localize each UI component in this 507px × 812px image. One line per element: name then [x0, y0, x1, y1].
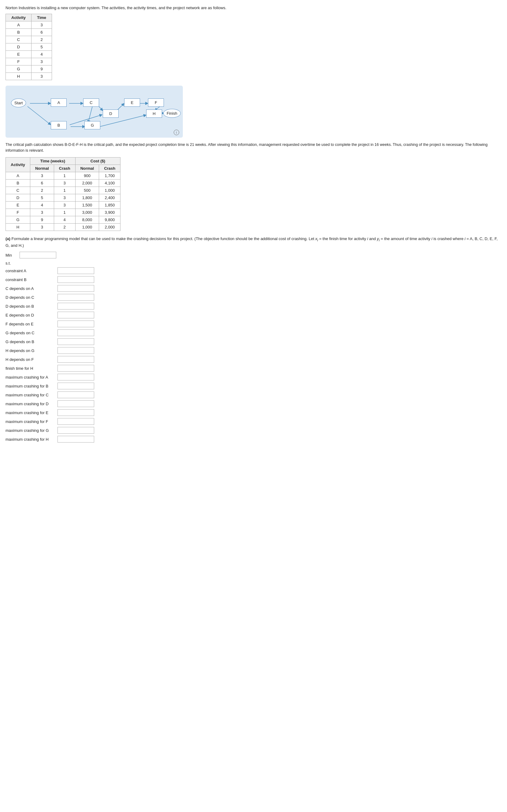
constraint-row: maximum crashing for A: [5, 374, 502, 381]
constraint-row: E depends on D: [5, 312, 502, 318]
constraint-label: H depends on G: [5, 348, 57, 353]
crash-activity-cell: B: [6, 179, 30, 186]
constraint-label: maximum crashing for D: [5, 402, 57, 406]
max-crash-d-input[interactable]: [57, 400, 94, 407]
t-normal-cell: 3: [30, 223, 54, 231]
h-depends-on-g-input[interactable]: [57, 347, 94, 354]
crash-activity-header: Activity: [6, 157, 30, 172]
activity-col-header: Activity: [6, 14, 32, 21]
c-normal-cell: 1,500: [75, 201, 99, 209]
c-crash-cell: 4,100: [99, 179, 120, 186]
g-depends-on-c-input[interactable]: [57, 329, 94, 336]
c-crash-cell: 9,800: [99, 216, 120, 223]
svg-line-6: [88, 106, 92, 123]
constraint-row: finish time for H: [5, 365, 502, 371]
time-cell: 3: [31, 73, 52, 80]
c-normal-cell: 3,000: [75, 209, 99, 216]
f-depends-on-e-input[interactable]: [57, 321, 94, 327]
min-input[interactable]: [19, 252, 56, 258]
node-f: F: [148, 99, 164, 107]
c-normal-cell: 500: [75, 186, 99, 194]
constraint-row: F depends on E: [5, 321, 502, 327]
node-g: G: [84, 121, 100, 129]
time-cell: 2: [31, 36, 52, 44]
h-depends-on-f-input[interactable]: [57, 356, 94, 363]
normal-time-header: Normal: [30, 165, 54, 172]
t-normal-cell: 3: [30, 209, 54, 216]
activity-cell: D: [6, 44, 32, 51]
constraint-row: G depends on C: [5, 329, 502, 336]
node-d: D: [103, 110, 119, 118]
activity-cell: E: [6, 51, 32, 58]
crash-activity-cell: H: [6, 223, 30, 231]
constraint-row: maximum crashing for E: [5, 409, 502, 416]
time-weeks-header: Time (weeks): [30, 157, 75, 165]
c-depends-on-a-input[interactable]: [57, 285, 94, 292]
crash-row: F 3 1 3,000 3,900: [6, 209, 120, 216]
t-normal-cell: 6: [30, 179, 54, 186]
crash-row: D 5 3 1,800 2,400: [6, 194, 120, 201]
t-normal-cell: 9: [30, 216, 54, 223]
part-a-label: (a): [5, 236, 10, 241]
activity-row: H 3: [6, 73, 52, 80]
t-normal-cell: 5: [30, 194, 54, 201]
t-crash-cell: 1: [54, 172, 75, 179]
t-crash-cell: 2: [54, 223, 75, 231]
time-cell: 4: [31, 51, 52, 58]
c-crash-cell: 1,850: [99, 201, 120, 209]
info-icon: i: [174, 130, 179, 135]
activity-row: D 5: [6, 44, 52, 51]
max-crash-f-input[interactable]: [57, 418, 94, 425]
crash-cost-header: Crash: [99, 165, 120, 172]
crash-time-header: Crash: [54, 165, 75, 172]
constraint-b-input[interactable]: [57, 276, 94, 283]
constraint-label: G depends on B: [5, 340, 57, 344]
constraint-label: C depends on A: [5, 286, 57, 291]
constraint-row: D depends on B: [5, 303, 502, 309]
c-crash-cell: 3,900: [99, 209, 120, 216]
d-depends-on-b-input[interactable]: [57, 303, 94, 309]
normal-cost-header: Normal: [75, 165, 99, 172]
node-c: C: [83, 99, 99, 107]
c-normal-cell: 8,000: [75, 216, 99, 223]
part-a-text: (a) Formulate a linear programming model…: [5, 236, 502, 249]
max-crash-g-input[interactable]: [57, 427, 94, 434]
c-crash-cell: 2,400: [99, 194, 120, 201]
finish-time-h-input[interactable]: [57, 365, 94, 371]
constraint-row: G depends on B: [5, 338, 502, 345]
max-crash-a-input[interactable]: [57, 374, 94, 381]
e-depends-on-d-input[interactable]: [57, 312, 94, 318]
crash-activity-cell: F: [6, 209, 30, 216]
constraint-label: D depends on C: [5, 295, 57, 300]
crash-row: A 3 1 900 1,700: [6, 172, 120, 179]
time-cell: 3: [31, 58, 52, 65]
network-diagram: Start A C E F D H Finish B G i: [5, 85, 183, 138]
node-start: Start: [11, 99, 26, 107]
crash-row: E 4 3 1,500 1,850: [6, 201, 120, 209]
crash-activity-cell: C: [6, 186, 30, 194]
node-e: E: [124, 99, 140, 107]
intro-text: Norton Industries is installing a new co…: [5, 5, 502, 10]
max-crash-h-input[interactable]: [57, 436, 94, 443]
constraint-label: maximum crashing for B: [5, 384, 57, 389]
constraint-label: maximum crashing for G: [5, 428, 57, 433]
constraint-label: H depends on F: [5, 357, 57, 362]
crash-table: Activity Time (weeks) Cost ($) Normal Cr…: [5, 157, 120, 231]
g-depends-on-b-input[interactable]: [57, 338, 94, 345]
activity-cell: C: [6, 36, 32, 44]
t-crash-cell: 1: [54, 186, 75, 194]
max-crash-e-input[interactable]: [57, 409, 94, 416]
activity-cell: A: [6, 21, 32, 29]
constraint-label: maximum crashing for E: [5, 410, 57, 415]
activity-cell: H: [6, 73, 32, 80]
max-crash-c-input[interactable]: [57, 392, 94, 398]
d-depends-on-c-input[interactable]: [57, 294, 94, 301]
constraint-a-input[interactable]: [57, 267, 94, 274]
time-cell: 9: [31, 65, 52, 73]
min-row: Min: [5, 252, 502, 258]
constraint-label: E depends on D: [5, 313, 57, 317]
activity-row: E 4: [6, 51, 52, 58]
constraint-row: maximum crashing for G: [5, 427, 502, 434]
max-crash-b-input[interactable]: [57, 383, 94, 389]
t-crash-cell: 3: [54, 201, 75, 209]
